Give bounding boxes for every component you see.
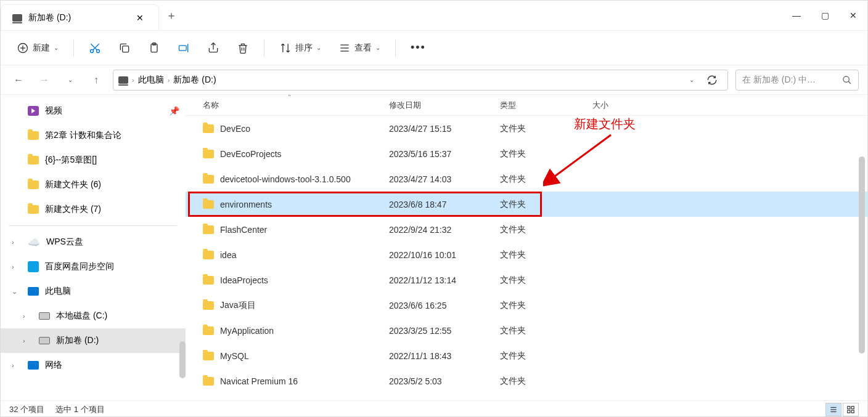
file-date: 2022/11/1 18:43 (389, 351, 500, 361)
expand-icon[interactable]: › (12, 263, 14, 270)
svg-rect-24 (848, 410, 850, 413)
sort-button[interactable]: 排序 ⌄ (272, 36, 329, 60)
sidebar: 视频📌第2章 计数和集合论{6}--第5章图[]新建文件夹 (6)新建文件夹 (… (1, 95, 186, 400)
copy-button[interactable] (111, 36, 138, 60)
sidebar-item[interactable]: {6}--第5章图[] (1, 148, 186, 172)
file-row[interactable]: FlashCenter2022/9/24 21:32文件夹 (186, 217, 867, 242)
titlebar: 新加卷 (D:) ✕ ＋ ― ▢ ✕ (1, 1, 867, 30)
sidebar-item[interactable]: ›新加卷 (D:) (1, 328, 186, 353)
back-button[interactable]: ← (9, 71, 28, 89)
file-date: 2022/11/12 13:14 (389, 275, 500, 285)
file-row[interactable]: Java项目2023/6/6 16:25文件夹 (186, 293, 867, 318)
view-button[interactable]: 查看 ⌄ (331, 36, 388, 60)
folder-icon (203, 301, 214, 310)
sidebar-item[interactable]: ›本地磁盘 (C:) (1, 304, 186, 328)
view-label: 查看 (354, 43, 372, 54)
sidebar-item[interactable]: ›百度网盘同步空间 (1, 254, 186, 279)
cloud-icon (28, 261, 39, 272)
sidebar-item[interactable]: 视频📌 (1, 99, 186, 123)
search-input[interactable]: 在 新加卷 (D:) 中… (735, 70, 859, 91)
cut-icon (89, 42, 101, 54)
file-row[interactable]: MySQL2022/11/1 18:43文件夹 (186, 343, 867, 368)
file-row[interactable]: Navicat Premium 162023/5/2 5:03文件夹 (186, 368, 867, 394)
sidebar-item[interactable]: ›网络 (1, 353, 186, 378)
sidebar-item-label: 本地磁盘 (C:) (56, 310, 107, 322)
more-button[interactable]: ••• (403, 36, 433, 60)
file-row[interactable]: MyApplication2023/3/25 12:55文件夹 (186, 318, 867, 343)
sidebar-item[interactable]: 新建文件夹 (6) (1, 172, 186, 197)
breadcrumb-seg-drive[interactable]: 新加卷 (D:) (173, 75, 216, 86)
chevron-down-icon: ⌄ (316, 44, 321, 51)
rename-button[interactable] (170, 36, 197, 60)
file-row[interactable]: IdeaProjects2022/11/12 13:14文件夹 (186, 267, 867, 293)
drive-icon (118, 76, 128, 84)
file-date: 2023/3/25 12:55 (389, 326, 500, 336)
minimize-button[interactable]: ― (782, 1, 811, 30)
file-row[interactable]: environments2023/6/8 18:47文件夹 (186, 192, 867, 217)
sidebar-divider (9, 225, 177, 226)
share-button[interactable] (200, 36, 227, 60)
file-row[interactable]: DevEco2023/4/27 15:15文件夹 (186, 116, 867, 141)
tab-drive-d[interactable]: 新加卷 (D:) ✕ (1, 4, 159, 30)
file-name: MyApplication (220, 326, 274, 336)
sidebar-scrollbar[interactable] (179, 341, 186, 378)
folder-icon (203, 175, 214, 184)
search-icon (842, 75, 852, 85)
refresh-button[interactable] (702, 70, 723, 91)
paste-button[interactable] (141, 36, 168, 60)
expand-icon[interactable]: › (12, 362, 14, 369)
file-row[interactable]: devicetool-windows-tool-3.1.0.5002023/4/… (186, 166, 867, 192)
paste-icon (148, 42, 160, 54)
close-button[interactable]: ✕ (839, 1, 867, 30)
cut-button[interactable] (81, 36, 108, 60)
sidebar-item[interactable]: ›☁️WPS云盘 (1, 230, 186, 254)
pin-icon: 📌 (169, 106, 179, 116)
chevron-down-icon[interactable]: ⌄ (689, 76, 694, 83)
file-name: Java项目 (220, 300, 256, 311)
plus-circle-icon (17, 42, 29, 54)
video-icon (28, 106, 39, 116)
column-name[interactable]: 名称 (186, 100, 389, 111)
details-view-button[interactable] (825, 403, 841, 416)
column-size[interactable]: 大小 (592, 100, 666, 111)
file-date: 2023/4/27 15:15 (389, 124, 500, 134)
file-row[interactable]: idea2022/10/16 10:01文件夹 (186, 242, 867, 267)
expand-icon[interactable]: ⌄ (12, 288, 17, 296)
sidebar-item[interactable]: 第2章 计数和集合论 (1, 123, 186, 148)
file-date: 2023/5/16 15:37 (389, 149, 500, 159)
folder-icon (203, 225, 214, 234)
expand-icon[interactable]: › (23, 312, 25, 320)
tab-title: 新加卷 (D:) (28, 12, 71, 23)
main-scrollbar[interactable] (859, 156, 865, 354)
maximize-button[interactable]: ▢ (811, 1, 839, 30)
network-icon (28, 361, 39, 370)
svg-rect-22 (848, 406, 850, 408)
sort-icon (279, 42, 292, 54)
sidebar-item[interactable]: 新建文件夹 (7) (1, 197, 186, 222)
view-icon (338, 42, 351, 54)
file-name: Navicat Premium 16 (220, 376, 298, 386)
refresh-icon (706, 75, 718, 86)
forward-button[interactable]: → (35, 71, 54, 89)
share-icon (207, 42, 219, 54)
new-button[interactable]: 新建 ⌄ (9, 36, 66, 60)
column-date[interactable]: 修改日期 (389, 100, 500, 111)
sidebar-item[interactable]: ⌄此电脑 (1, 279, 186, 304)
new-tab-button[interactable]: ＋ (159, 1, 184, 30)
delete-button[interactable] (229, 36, 256, 60)
file-name: DevEcoProjects (220, 149, 282, 159)
breadcrumb-seg-pc[interactable]: 此电脑 (138, 75, 164, 86)
cloud-icon: ☁️ (28, 237, 40, 248)
expand-icon[interactable]: › (12, 238, 14, 246)
sidebar-item-label: 新建文件夹 (6) (45, 179, 101, 190)
column-type[interactable]: 类型 (500, 100, 592, 111)
address-input[interactable]: › 此电脑 › 新加卷 (D:) ⌄ (113, 70, 728, 91)
expand-icon[interactable]: › (23, 337, 25, 344)
up-button[interactable]: ↑ (87, 71, 105, 89)
folder-icon (28, 180, 39, 189)
thumbnail-view-button[interactable] (843, 403, 859, 416)
disk-icon (39, 312, 50, 320)
tab-close-button[interactable]: ✕ (133, 10, 147, 25)
recent-button[interactable]: ⌄ (61, 71, 80, 89)
file-row[interactable]: DevEcoProjects2023/5/16 15:37文件夹 (186, 141, 867, 166)
